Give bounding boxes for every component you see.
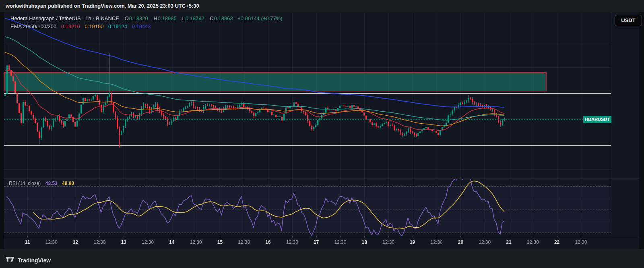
close-label: C <box>210 15 213 21</box>
low-label: L <box>182 15 185 21</box>
tradingview-brand-text: TradingView <box>18 257 51 264</box>
time-label-day: 19 <box>404 239 421 245</box>
open-label: O <box>125 15 129 21</box>
time-label-day: 20 <box>452 239 469 245</box>
time-label-day: 15 <box>211 239 229 245</box>
time-axis[interactable]: 1112:301212:301312:301412:301512:301612:… <box>4 236 611 249</box>
time-label-halfday: 12:30 <box>43 239 60 245</box>
change-value: +0.00144 (+0.77%) <box>237 15 282 21</box>
tradingview-logo-icon <box>6 257 14 264</box>
time-label-halfday: 12:30 <box>428 239 446 245</box>
symbol-header[interactable]: Hedera Hashgraph / TetherUS · 1h · BINAN… <box>10 15 283 21</box>
rsi-ma-value: 49.80 <box>62 181 74 186</box>
open-value: 0.18820 <box>129 15 148 21</box>
ema20-value: 0.19210 <box>61 23 80 29</box>
time-label-halfday: 12:30 <box>283 239 301 245</box>
low-value: 0.18792 <box>186 15 204 21</box>
rsi-label[interactable]: RSI (14, close) <box>9 181 41 186</box>
symbol-title[interactable]: Hedera Hashgraph / TetherUS · 1h · BINAN… <box>10 15 119 21</box>
time-label-halfday: 12:30 <box>331 239 349 245</box>
ema-indicator-header[interactable]: EMA 20/50/100/200 0.19210 0.19150 0.1912… <box>10 23 151 29</box>
high-label: H <box>153 15 157 21</box>
footer-bar <box>0 249 644 268</box>
time-label-day: 16 <box>259 239 277 245</box>
ema50-value: 0.19150 <box>85 23 103 29</box>
time-label-day: 11 <box>19 239 36 245</box>
time-label-day: 18 <box>355 239 373 245</box>
time-label-day: 22 <box>548 239 566 245</box>
time-label-day: 12 <box>67 239 85 245</box>
tradingview-snapshot: workwithshayan published on TradingView.… <box>0 0 644 268</box>
high-value: 0.18985 <box>158 15 177 21</box>
time-label-halfday: 12:30 <box>139 239 157 245</box>
time-label-halfday: 12:30 <box>235 239 253 245</box>
ema100-value: 0.19124 <box>108 23 127 29</box>
time-label-halfday: 12:30 <box>524 239 542 245</box>
ema200-value: 0.19443 <box>132 23 151 29</box>
rsi-value: 43.53 <box>45 181 58 186</box>
chart-canvas[interactable] <box>0 0 644 268</box>
time-label-halfday: 12:30 <box>91 239 108 245</box>
time-label-halfday: 12:30 <box>476 239 493 245</box>
time-label-day: 21 <box>500 239 518 245</box>
tradingview-branding[interactable]: TradingView <box>6 256 51 264</box>
time-label-day: 17 <box>308 239 325 245</box>
close-value: 0.18963 <box>214 15 233 21</box>
time-label-halfday: 12:30 <box>380 239 397 245</box>
rsi-indicator-header[interactable]: RSI (14, close) 43.53 49.80 <box>9 181 74 186</box>
price-axis[interactable]: 0.220000.210000.170000.199760.194430.192… <box>611 12 639 236</box>
symbol-price-badge: HBARUSDT <box>583 116 611 123</box>
time-label-halfday: 12:30 <box>572 239 590 245</box>
time-label-halfday: 12:30 <box>187 239 205 245</box>
time-label-day: 13 <box>115 239 132 245</box>
time-label-day: 14 <box>163 239 181 245</box>
ema-label[interactable]: EMA 20/50/100/200 <box>10 23 56 29</box>
